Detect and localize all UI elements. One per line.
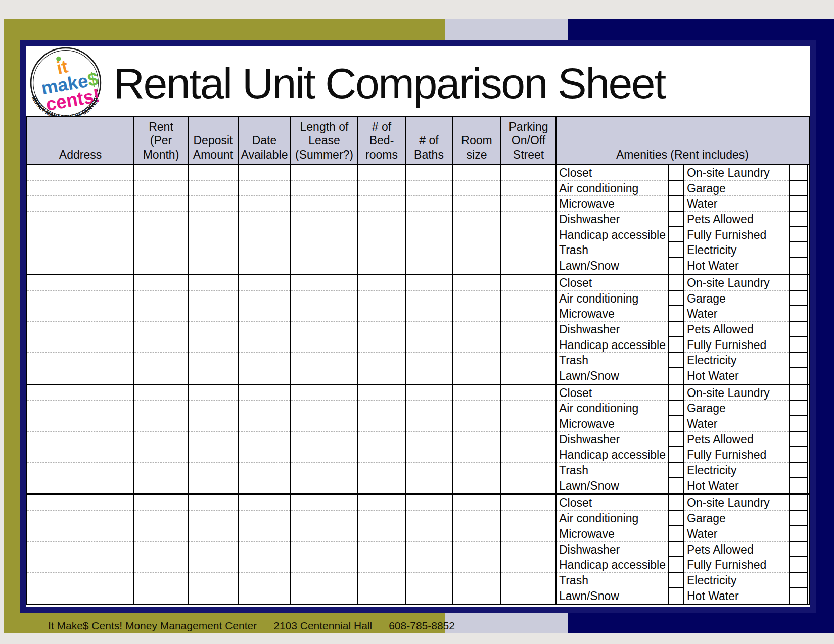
cell-baths — [406, 495, 453, 604]
amenity-label: Air conditioning — [557, 181, 668, 196]
amenity-label: Water — [684, 306, 789, 322]
cell-parking — [501, 275, 557, 384]
page-title: Rental Unit Comparison Sheet — [113, 59, 710, 108]
cell-parking — [501, 495, 557, 604]
amenity-label: Microwave — [557, 526, 668, 542]
amenity-label: Garage — [684, 401, 789, 416]
cell-lease-length — [291, 165, 358, 274]
amenity-label: Closet — [557, 165, 668, 181]
amenity-label: Fully Furnished — [684, 557, 789, 573]
header-lease-length: Length of Lease (Summer?) — [291, 117, 358, 164]
amenity-checkbox — [668, 526, 684, 542]
amenity-label: Microwave — [557, 306, 668, 322]
amenity-label: Handicap accessible — [557, 337, 668, 353]
amenity-checkbox — [668, 275, 684, 291]
amenity-checkbox — [789, 447, 808, 463]
amenity-checkbox — [789, 227, 808, 243]
amenity-label: Hot Water — [684, 478, 789, 494]
amenity-label: Air conditioning — [557, 511, 668, 526]
amenity-checkbox — [668, 227, 684, 243]
amenity-label: Water — [684, 196, 789, 212]
header-bedrooms: # of Bed- rooms — [358, 117, 406, 164]
amenity-label: Dishwasher — [557, 542, 668, 558]
amenity-label: Fully Furnished — [684, 227, 789, 243]
cell-rent — [134, 275, 189, 384]
amenity-label: Microwave — [557, 196, 668, 212]
footer-org: It Make$ Cents! Money Management Center — [48, 620, 257, 632]
unit-row-1: ClosetOn-site LaundryAir conditioningGar… — [27, 164, 809, 274]
amenity-checkbox — [789, 432, 808, 448]
cell-deposit — [189, 385, 239, 494]
amenity-label: Garage — [684, 511, 789, 526]
cell-baths — [406, 165, 453, 274]
amenity-label: Electricity — [684, 353, 789, 368]
amenity-checkbox — [789, 275, 808, 291]
worksheet: it make$ cents! MONEY MANAGEMENT CENTER … — [26, 46, 810, 607]
cell-date-available — [239, 385, 291, 494]
worksheet-frame: it make$ cents! MONEY MANAGEMENT CENTER … — [20, 40, 816, 613]
header-baths: # of Baths — [406, 117, 453, 164]
amenity-label: Lawn/Snow — [557, 258, 668, 274]
cell-address — [27, 495, 134, 604]
amenity-checkbox — [789, 212, 808, 227]
cell-lease-length — [291, 495, 358, 604]
cell-bedrooms — [358, 495, 406, 604]
cell-room-size — [453, 275, 501, 384]
amenity-label: Fully Furnished — [684, 447, 789, 463]
amenity-checkbox — [668, 495, 684, 511]
amenity-label: Lawn/Snow — [557, 478, 668, 494]
amenity-checkbox — [668, 478, 684, 494]
amenity-checkbox — [789, 385, 808, 401]
amenity-checkbox — [668, 165, 684, 181]
amenity-label: Trash — [557, 463, 668, 478]
amenity-checkbox — [668, 242, 684, 258]
amenity-label: Trash — [557, 242, 668, 258]
amenity-checkbox — [668, 557, 684, 573]
amenity-label: Garage — [684, 291, 789, 307]
amenity-checkbox — [668, 447, 684, 463]
cell-date-available — [239, 165, 291, 274]
amenity-label: Hot Water — [684, 368, 789, 384]
table-header-row: AddressRent (Per Month)Deposit AmountDat… — [27, 117, 809, 164]
cell-lease-length — [291, 385, 358, 494]
cell-deposit — [189, 165, 239, 274]
amenity-label: Closet — [557, 495, 668, 511]
amenity-label: On-site Laundry — [684, 495, 789, 511]
amenity-checkbox — [668, 573, 684, 588]
amenity-checkbox — [668, 306, 684, 322]
cell-bedrooms — [358, 275, 406, 384]
header-date-available: Date Available — [239, 117, 291, 164]
amenity-label: Dishwasher — [557, 432, 668, 448]
amenity-label: Microwave — [557, 416, 668, 432]
amenity-checkbox — [668, 291, 684, 307]
amenity-checkbox — [789, 463, 808, 478]
amenity-label: Water — [684, 416, 789, 432]
amenity-label: Electricity — [684, 573, 789, 588]
header-amenities: Amenities (Rent includes) — [557, 117, 808, 164]
amenity-checkbox — [668, 432, 684, 448]
amenity-checkbox — [789, 306, 808, 322]
amenity-label: Pets Allowed — [684, 542, 789, 558]
amenity-checkbox — [668, 463, 684, 478]
amenity-label: Dishwasher — [557, 212, 668, 227]
cell-bedrooms — [358, 165, 406, 274]
amenity-checkbox — [789, 181, 808, 196]
footer-phone: 608-785-8852 — [389, 620, 455, 632]
amenity-label: Air conditioning — [557, 401, 668, 416]
amenity-label: On-site Laundry — [684, 275, 789, 291]
amenity-checkbox — [789, 322, 808, 337]
amenity-label: Dishwasher — [557, 322, 668, 337]
cell-rent — [134, 495, 189, 604]
amenity-checkbox — [668, 511, 684, 526]
comparison-table: AddressRent (Per Month)Deposit AmountDat… — [26, 116, 810, 605]
cell-rent — [134, 165, 189, 274]
amenity-checkbox — [789, 291, 808, 307]
amenity-label: Lawn/Snow — [557, 368, 668, 384]
amenity-checkbox — [789, 353, 808, 368]
amenity-checkbox — [789, 242, 808, 258]
header-deposit: Deposit Amount — [189, 117, 239, 164]
amenity-label: Lawn/Snow — [557, 588, 668, 604]
amenity-label: On-site Laundry — [684, 385, 789, 401]
amenity-checkbox — [789, 511, 808, 526]
cell-lease-length — [291, 275, 358, 384]
